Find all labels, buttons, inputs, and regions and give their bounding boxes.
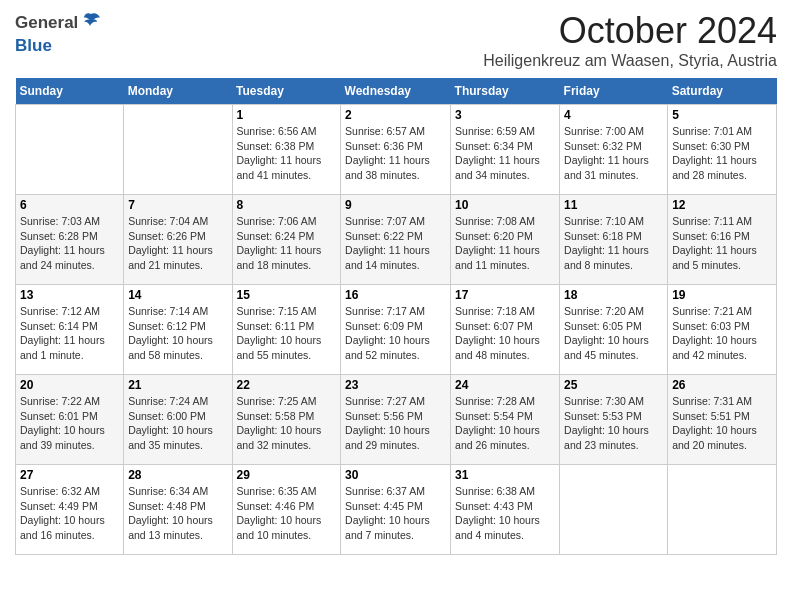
logo-blue-text: Blue bbox=[15, 36, 52, 56]
day-number: 30 bbox=[345, 468, 446, 482]
day-number: 11 bbox=[564, 198, 663, 212]
day-number: 1 bbox=[237, 108, 337, 122]
calendar-cell: 2Sunrise: 6:57 AM Sunset: 6:36 PM Daylig… bbox=[341, 105, 451, 195]
day-number: 29 bbox=[237, 468, 337, 482]
calendar-cell: 30Sunrise: 6:37 AM Sunset: 4:45 PM Dayli… bbox=[341, 465, 451, 555]
calendar-cell: 11Sunrise: 7:10 AM Sunset: 6:18 PM Dayli… bbox=[560, 195, 668, 285]
day-number: 27 bbox=[20, 468, 119, 482]
day-info: Sunrise: 6:32 AM Sunset: 4:49 PM Dayligh… bbox=[20, 484, 119, 543]
weekday-row: SundayMondayTuesdayWednesdayThursdayFrid… bbox=[16, 78, 777, 105]
title-area: October 2024 Heiligenkreuz am Waasen, St… bbox=[483, 10, 777, 70]
day-info: Sunrise: 7:03 AM Sunset: 6:28 PM Dayligh… bbox=[20, 214, 119, 273]
weekday-header-saturday: Saturday bbox=[668, 78, 777, 105]
day-info: Sunrise: 7:21 AM Sunset: 6:03 PM Dayligh… bbox=[672, 304, 772, 363]
day-info: Sunrise: 7:18 AM Sunset: 6:07 PM Dayligh… bbox=[455, 304, 555, 363]
calendar-cell bbox=[668, 465, 777, 555]
calendar-cell bbox=[124, 105, 232, 195]
calendar-cell: 25Sunrise: 7:30 AM Sunset: 5:53 PM Dayli… bbox=[560, 375, 668, 465]
calendar-cell: 17Sunrise: 7:18 AM Sunset: 6:07 PM Dayli… bbox=[451, 285, 560, 375]
calendar-cell: 18Sunrise: 7:20 AM Sunset: 6:05 PM Dayli… bbox=[560, 285, 668, 375]
day-info: Sunrise: 7:28 AM Sunset: 5:54 PM Dayligh… bbox=[455, 394, 555, 453]
weekday-header-friday: Friday bbox=[560, 78, 668, 105]
weekday-header-tuesday: Tuesday bbox=[232, 78, 341, 105]
day-info: Sunrise: 7:17 AM Sunset: 6:09 PM Dayligh… bbox=[345, 304, 446, 363]
calendar-week-2: 6Sunrise: 7:03 AM Sunset: 6:28 PM Daylig… bbox=[16, 195, 777, 285]
day-number: 20 bbox=[20, 378, 119, 392]
calendar-cell: 28Sunrise: 6:34 AM Sunset: 4:48 PM Dayli… bbox=[124, 465, 232, 555]
calendar-cell: 15Sunrise: 7:15 AM Sunset: 6:11 PM Dayli… bbox=[232, 285, 341, 375]
location-title: Heiligenkreuz am Waasen, Styria, Austria bbox=[483, 52, 777, 70]
day-info: Sunrise: 7:12 AM Sunset: 6:14 PM Dayligh… bbox=[20, 304, 119, 363]
calendar-cell: 23Sunrise: 7:27 AM Sunset: 5:56 PM Dayli… bbox=[341, 375, 451, 465]
day-number: 15 bbox=[237, 288, 337, 302]
calendar-body: 1Sunrise: 6:56 AM Sunset: 6:38 PM Daylig… bbox=[16, 105, 777, 555]
day-number: 24 bbox=[455, 378, 555, 392]
day-number: 5 bbox=[672, 108, 772, 122]
day-number: 6 bbox=[20, 198, 119, 212]
logo-bird-icon bbox=[80, 10, 102, 36]
day-info: Sunrise: 7:07 AM Sunset: 6:22 PM Dayligh… bbox=[345, 214, 446, 273]
calendar-cell: 19Sunrise: 7:21 AM Sunset: 6:03 PM Dayli… bbox=[668, 285, 777, 375]
calendar-cell: 3Sunrise: 6:59 AM Sunset: 6:34 PM Daylig… bbox=[451, 105, 560, 195]
weekday-header-wednesday: Wednesday bbox=[341, 78, 451, 105]
day-info: Sunrise: 6:56 AM Sunset: 6:38 PM Dayligh… bbox=[237, 124, 337, 183]
calendar-cell: 16Sunrise: 7:17 AM Sunset: 6:09 PM Dayli… bbox=[341, 285, 451, 375]
weekday-header-thursday: Thursday bbox=[451, 78, 560, 105]
day-info: Sunrise: 7:15 AM Sunset: 6:11 PM Dayligh… bbox=[237, 304, 337, 363]
day-number: 17 bbox=[455, 288, 555, 302]
day-info: Sunrise: 7:22 AM Sunset: 6:01 PM Dayligh… bbox=[20, 394, 119, 453]
day-number: 12 bbox=[672, 198, 772, 212]
day-number: 4 bbox=[564, 108, 663, 122]
day-info: Sunrise: 7:30 AM Sunset: 5:53 PM Dayligh… bbox=[564, 394, 663, 453]
day-number: 13 bbox=[20, 288, 119, 302]
day-number: 21 bbox=[128, 378, 227, 392]
day-info: Sunrise: 7:01 AM Sunset: 6:30 PM Dayligh… bbox=[672, 124, 772, 183]
calendar-cell: 24Sunrise: 7:28 AM Sunset: 5:54 PM Dayli… bbox=[451, 375, 560, 465]
calendar-cell: 21Sunrise: 7:24 AM Sunset: 6:00 PM Dayli… bbox=[124, 375, 232, 465]
day-number: 14 bbox=[128, 288, 227, 302]
day-info: Sunrise: 7:08 AM Sunset: 6:20 PM Dayligh… bbox=[455, 214, 555, 273]
day-info: Sunrise: 6:37 AM Sunset: 4:45 PM Dayligh… bbox=[345, 484, 446, 543]
day-info: Sunrise: 6:59 AM Sunset: 6:34 PM Dayligh… bbox=[455, 124, 555, 183]
header: General Blue October 2024 Heiligenkreuz … bbox=[15, 10, 777, 70]
day-info: Sunrise: 7:11 AM Sunset: 6:16 PM Dayligh… bbox=[672, 214, 772, 273]
calendar-cell: 4Sunrise: 7:00 AM Sunset: 6:32 PM Daylig… bbox=[560, 105, 668, 195]
day-number: 18 bbox=[564, 288, 663, 302]
calendar-cell: 27Sunrise: 6:32 AM Sunset: 4:49 PM Dayli… bbox=[16, 465, 124, 555]
day-number: 10 bbox=[455, 198, 555, 212]
day-info: Sunrise: 7:04 AM Sunset: 6:26 PM Dayligh… bbox=[128, 214, 227, 273]
calendar-week-1: 1Sunrise: 6:56 AM Sunset: 6:38 PM Daylig… bbox=[16, 105, 777, 195]
calendar-cell: 14Sunrise: 7:14 AM Sunset: 6:12 PM Dayli… bbox=[124, 285, 232, 375]
calendar-cell: 9Sunrise: 7:07 AM Sunset: 6:22 PM Daylig… bbox=[341, 195, 451, 285]
calendar-table: SundayMondayTuesdayWednesdayThursdayFrid… bbox=[15, 78, 777, 555]
calendar-week-5: 27Sunrise: 6:32 AM Sunset: 4:49 PM Dayli… bbox=[16, 465, 777, 555]
day-info: Sunrise: 7:25 AM Sunset: 5:58 PM Dayligh… bbox=[237, 394, 337, 453]
logo: General Blue bbox=[15, 10, 102, 56]
day-number: 26 bbox=[672, 378, 772, 392]
calendar-cell: 8Sunrise: 7:06 AM Sunset: 6:24 PM Daylig… bbox=[232, 195, 341, 285]
calendar-cell bbox=[560, 465, 668, 555]
day-number: 8 bbox=[237, 198, 337, 212]
calendar-cell: 7Sunrise: 7:04 AM Sunset: 6:26 PM Daylig… bbox=[124, 195, 232, 285]
day-info: Sunrise: 6:38 AM Sunset: 4:43 PM Dayligh… bbox=[455, 484, 555, 543]
weekday-header-sunday: Sunday bbox=[16, 78, 124, 105]
day-info: Sunrise: 7:27 AM Sunset: 5:56 PM Dayligh… bbox=[345, 394, 446, 453]
day-info: Sunrise: 7:06 AM Sunset: 6:24 PM Dayligh… bbox=[237, 214, 337, 273]
day-info: Sunrise: 7:20 AM Sunset: 6:05 PM Dayligh… bbox=[564, 304, 663, 363]
day-number: 31 bbox=[455, 468, 555, 482]
day-number: 7 bbox=[128, 198, 227, 212]
month-title: October 2024 bbox=[483, 10, 777, 52]
day-info: Sunrise: 7:00 AM Sunset: 6:32 PM Dayligh… bbox=[564, 124, 663, 183]
calendar-cell: 5Sunrise: 7:01 AM Sunset: 6:30 PM Daylig… bbox=[668, 105, 777, 195]
calendar-cell: 26Sunrise: 7:31 AM Sunset: 5:51 PM Dayli… bbox=[668, 375, 777, 465]
calendar-week-3: 13Sunrise: 7:12 AM Sunset: 6:14 PM Dayli… bbox=[16, 285, 777, 375]
day-info: Sunrise: 7:31 AM Sunset: 5:51 PM Dayligh… bbox=[672, 394, 772, 453]
day-number: 16 bbox=[345, 288, 446, 302]
day-info: Sunrise: 6:34 AM Sunset: 4:48 PM Dayligh… bbox=[128, 484, 227, 543]
day-number: 22 bbox=[237, 378, 337, 392]
calendar-cell: 12Sunrise: 7:11 AM Sunset: 6:16 PM Dayli… bbox=[668, 195, 777, 285]
calendar-cell: 31Sunrise: 6:38 AM Sunset: 4:43 PM Dayli… bbox=[451, 465, 560, 555]
day-number: 19 bbox=[672, 288, 772, 302]
day-number: 25 bbox=[564, 378, 663, 392]
day-number: 3 bbox=[455, 108, 555, 122]
